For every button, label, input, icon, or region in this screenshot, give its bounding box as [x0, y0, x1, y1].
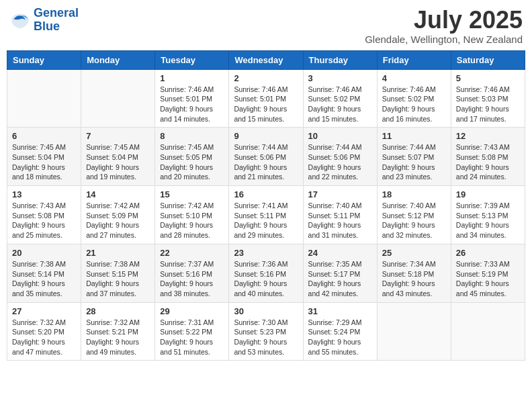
day-number: 3	[308, 73, 372, 83]
day-info: Sunrise: 7:46 AM Sunset: 5:02 PM Dayligh…	[308, 85, 372, 124]
calendar-cell	[7, 69, 81, 128]
day-number: 17	[308, 189, 372, 199]
calendar-cell: 27Sunrise: 7:32 AM Sunset: 5:20 PM Dayli…	[7, 302, 81, 361]
page-header: General Blue July 2025 Glendale, Welling…	[7, 7, 525, 45]
day-number: 29	[160, 306, 224, 316]
calendar-cell: 12Sunrise: 7:43 AM Sunset: 5:08 PM Dayli…	[451, 128, 525, 186]
calendar-cell: 11Sunrise: 7:44 AM Sunset: 5:07 PM Dayli…	[377, 128, 451, 186]
calendar-cell: 16Sunrise: 7:41 AM Sunset: 5:11 PM Dayli…	[229, 186, 303, 244]
day-info: Sunrise: 7:30 AM Sunset: 5:23 PM Dayligh…	[234, 318, 298, 357]
day-info: Sunrise: 7:45 AM Sunset: 5:04 PM Dayligh…	[12, 142, 76, 182]
day-info: Sunrise: 7:44 AM Sunset: 5:06 PM Dayligh…	[308, 142, 372, 182]
day-number: 2	[234, 73, 298, 83]
day-number: 15	[160, 189, 224, 199]
day-number: 26	[456, 248, 520, 258]
calendar-cell: 13Sunrise: 7:43 AM Sunset: 5:08 PM Dayli…	[7, 186, 81, 244]
title-block: July 2025 Glendale, Wellington, New Zeal…	[365, 7, 523, 45]
day-number: 1	[160, 73, 224, 83]
day-number: 5	[456, 73, 520, 83]
day-info: Sunrise: 7:45 AM Sunset: 5:04 PM Dayligh…	[86, 142, 150, 182]
day-number: 4	[382, 73, 446, 83]
calendar: SundayMondayTuesdayWednesdayThursdayFrid…	[7, 50, 525, 361]
weekday-header-wednesday: Wednesday	[229, 50, 303, 69]
weekday-header-friday: Friday	[377, 50, 451, 69]
calendar-cell: 25Sunrise: 7:34 AM Sunset: 5:18 PM Dayli…	[377, 244, 451, 302]
logo: General Blue	[9, 7, 79, 34]
weekday-header-saturday: Saturday	[451, 50, 525, 69]
day-info: Sunrise: 7:38 AM Sunset: 5:14 PM Dayligh…	[12, 259, 76, 299]
calendar-cell: 14Sunrise: 7:42 AM Sunset: 5:09 PM Dayli…	[81, 186, 155, 244]
weekday-header-thursday: Thursday	[303, 50, 377, 69]
calendar-cell	[377, 302, 451, 361]
day-info: Sunrise: 7:34 AM Sunset: 5:18 PM Dayligh…	[382, 259, 446, 299]
day-number: 18	[382, 189, 446, 199]
calendar-cell: 8Sunrise: 7:45 AM Sunset: 5:05 PM Daylig…	[155, 128, 229, 186]
logo-icon	[9, 9, 31, 31]
day-info: Sunrise: 7:37 AM Sunset: 5:16 PM Dayligh…	[160, 259, 224, 299]
calendar-cell	[451, 302, 525, 361]
day-info: Sunrise: 7:42 AM Sunset: 5:10 PM Dayligh…	[160, 201, 224, 240]
day-info: Sunrise: 7:40 AM Sunset: 5:12 PM Dayligh…	[382, 201, 446, 240]
calendar-cell: 26Sunrise: 7:33 AM Sunset: 5:19 PM Dayli…	[451, 244, 525, 302]
calendar-cell: 19Sunrise: 7:39 AM Sunset: 5:13 PM Dayli…	[451, 186, 525, 244]
day-info: Sunrise: 7:40 AM Sunset: 5:11 PM Dayligh…	[308, 201, 372, 240]
day-number: 9	[234, 131, 298, 141]
calendar-cell: 29Sunrise: 7:31 AM Sunset: 5:22 PM Dayli…	[155, 302, 229, 361]
day-number: 20	[12, 248, 76, 258]
day-info: Sunrise: 7:43 AM Sunset: 5:08 PM Dayligh…	[12, 201, 76, 240]
week-row-1: 1Sunrise: 7:46 AM Sunset: 5:01 PM Daylig…	[7, 69, 525, 128]
week-row-3: 13Sunrise: 7:43 AM Sunset: 5:08 PM Dayli…	[7, 186, 525, 244]
day-info: Sunrise: 7:32 AM Sunset: 5:20 PM Dayligh…	[12, 318, 76, 357]
calendar-cell: 5Sunrise: 7:46 AM Sunset: 5:03 PM Daylig…	[451, 69, 525, 128]
calendar-cell: 2Sunrise: 7:46 AM Sunset: 5:01 PM Daylig…	[229, 69, 303, 128]
day-number: 12	[456, 131, 520, 141]
calendar-cell: 17Sunrise: 7:40 AM Sunset: 5:11 PM Dayli…	[303, 186, 377, 244]
day-info: Sunrise: 7:44 AM Sunset: 5:06 PM Dayligh…	[234, 142, 298, 182]
day-info: Sunrise: 7:33 AM Sunset: 5:19 PM Dayligh…	[456, 259, 520, 299]
weekday-header-monday: Monday	[81, 50, 155, 69]
day-info: Sunrise: 7:38 AM Sunset: 5:15 PM Dayligh…	[86, 259, 150, 299]
day-info: Sunrise: 7:43 AM Sunset: 5:08 PM Dayligh…	[456, 142, 520, 182]
calendar-cell: 7Sunrise: 7:45 AM Sunset: 5:04 PM Daylig…	[81, 128, 155, 186]
weekday-header-tuesday: Tuesday	[155, 50, 229, 69]
day-number: 28	[86, 306, 150, 316]
calendar-cell: 21Sunrise: 7:38 AM Sunset: 5:15 PM Dayli…	[81, 244, 155, 302]
week-row-2: 6Sunrise: 7:45 AM Sunset: 5:04 PM Daylig…	[7, 128, 525, 186]
calendar-cell: 10Sunrise: 7:44 AM Sunset: 5:06 PM Dayli…	[303, 128, 377, 186]
day-info: Sunrise: 7:36 AM Sunset: 5:16 PM Dayligh…	[234, 259, 298, 299]
calendar-cell: 31Sunrise: 7:29 AM Sunset: 5:24 PM Dayli…	[303, 302, 377, 361]
day-number: 16	[234, 189, 298, 199]
day-number: 19	[456, 189, 520, 199]
calendar-cell: 28Sunrise: 7:32 AM Sunset: 5:21 PM Dayli…	[81, 302, 155, 361]
calendar-cell: 23Sunrise: 7:36 AM Sunset: 5:16 PM Dayli…	[229, 244, 303, 302]
day-info: Sunrise: 7:31 AM Sunset: 5:22 PM Dayligh…	[160, 318, 224, 357]
logo-text: General Blue	[34, 7, 79, 34]
calendar-cell: 18Sunrise: 7:40 AM Sunset: 5:12 PM Dayli…	[377, 186, 451, 244]
day-number: 8	[160, 131, 224, 141]
calendar-cell	[81, 69, 155, 128]
location: Glendale, Wellington, New Zealand	[365, 34, 523, 45]
weekday-header-row: SundayMondayTuesdayWednesdayThursdayFrid…	[7, 50, 525, 69]
calendar-cell: 24Sunrise: 7:35 AM Sunset: 5:17 PM Dayli…	[303, 244, 377, 302]
day-number: 30	[234, 306, 298, 316]
day-info: Sunrise: 7:46 AM Sunset: 5:03 PM Dayligh…	[456, 85, 520, 124]
calendar-cell: 22Sunrise: 7:37 AM Sunset: 5:16 PM Dayli…	[155, 244, 229, 302]
day-number: 6	[12, 131, 76, 141]
calendar-cell: 3Sunrise: 7:46 AM Sunset: 5:02 PM Daylig…	[303, 69, 377, 128]
day-info: Sunrise: 7:32 AM Sunset: 5:21 PM Dayligh…	[86, 318, 150, 357]
day-info: Sunrise: 7:42 AM Sunset: 5:09 PM Dayligh…	[86, 201, 150, 240]
calendar-cell: 20Sunrise: 7:38 AM Sunset: 5:14 PM Dayli…	[7, 244, 81, 302]
day-number: 31	[308, 306, 372, 316]
day-number: 14	[86, 189, 150, 199]
day-info: Sunrise: 7:39 AM Sunset: 5:13 PM Dayligh…	[456, 201, 520, 240]
day-info: Sunrise: 7:44 AM Sunset: 5:07 PM Dayligh…	[382, 142, 446, 182]
calendar-cell: 1Sunrise: 7:46 AM Sunset: 5:01 PM Daylig…	[155, 69, 229, 128]
day-info: Sunrise: 7:46 AM Sunset: 5:02 PM Dayligh…	[382, 85, 446, 124]
day-number: 23	[234, 248, 298, 258]
day-number: 10	[308, 131, 372, 141]
day-number: 11	[382, 131, 446, 141]
week-row-4: 20Sunrise: 7:38 AM Sunset: 5:14 PM Dayli…	[7, 244, 525, 302]
month-title: July 2025	[365, 7, 523, 34]
day-info: Sunrise: 7:41 AM Sunset: 5:11 PM Dayligh…	[234, 201, 298, 240]
day-number: 21	[86, 248, 150, 258]
